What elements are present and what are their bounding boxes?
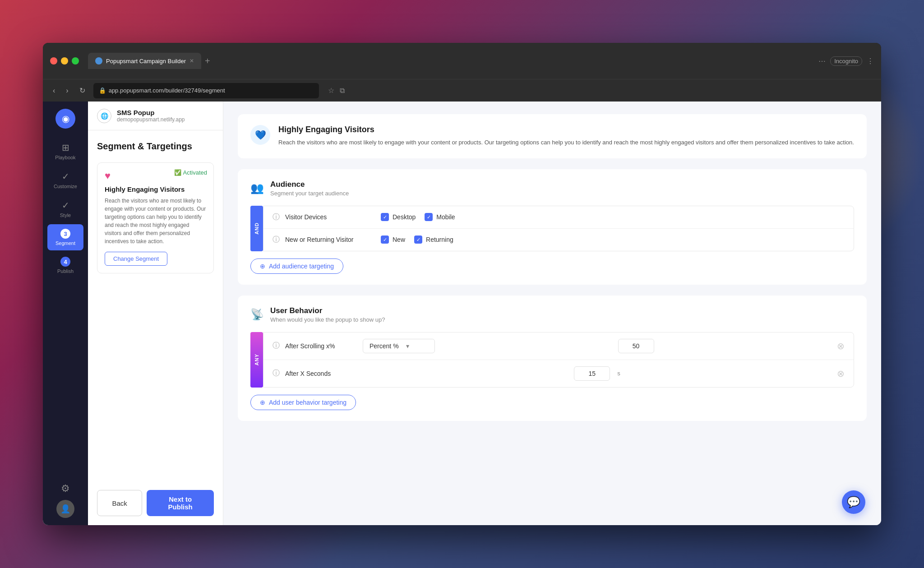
seconds-info-icon[interactable]: ⓘ [273,369,280,378]
add-behavior-targeting-button[interactable]: ⊕ Add user behavior targeting [250,395,356,410]
sidebar-item-style[interactable]: ✓ Style [47,195,83,222]
site-favicon: 🌐 [97,109,111,123]
site-name: SMS Popup [117,109,185,116]
audience-title-group: Audience Segment your target audience [270,180,349,197]
new-or-returning-row: ⓘ New or Returning Visitor ✓ New ✓ [263,229,854,251]
mobile-checkbox[interactable]: ✓ [425,213,433,221]
back-nav-icon[interactable]: ‹ [50,85,58,97]
bookmark-icon[interactable]: ☆ [328,86,334,95]
sidebar-item-playbook[interactable]: ⊞ Playbook [47,138,83,165]
add-audience-targeting-button[interactable]: ⊕ Add audience targeting [250,259,343,274]
behavior-block: ANY ⓘ After Scrolling x% Percent % ▾ [250,332,854,388]
site-url: demopopupsmart.netlify.app [117,116,185,123]
close-button[interactable] [50,57,57,65]
visitor-devices-options: ✓ Desktop ✓ Mobile [381,213,845,221]
content-panel: 💙 Highly Engaging Visitors Reach the vis… [223,102,881,525]
add-audience-targeting-label: Add audience targeting [269,263,334,270]
and-bar: AND [250,206,263,251]
segment-card-desc: Reach the visitors who are most likely t… [105,197,206,245]
desktop-checkbox[interactable]: ✓ [381,213,389,221]
any-bar: ANY [250,332,263,388]
tab-close-icon[interactable]: ✕ [189,58,194,64]
behavior-icon: 📡 [250,308,264,321]
address-bar[interactable]: 🔒 app.popupsmart.com/builder/32749/segme… [93,83,319,98]
tab-title: Popupsmart Campaign Builder [106,58,186,65]
activated-badge: ✅ Activated [174,169,207,176]
panel-title: Segment & Targetings [97,141,214,152]
playbook-icon: ⊞ [62,142,69,153]
segment-number: 3 [60,229,70,239]
info-card-content: Highly Engaging Visitors Reach the visit… [278,125,854,148]
chevron-down-icon: ▾ [406,342,409,350]
remove-seconds-icon[interactable]: ⊗ [837,368,845,379]
check-circle-icon: ✅ [174,169,181,176]
chat-bubble-button[interactable]: 💬 [842,490,865,514]
active-tab[interactable]: Popupsmart Campaign Builder ✕ [88,53,201,69]
change-segment-button[interactable]: Change Segment [105,252,167,266]
back-button[interactable]: Back [97,490,142,516]
sidebar-item-publish[interactable]: 4 Publish [47,252,83,278]
sidebar-item-segment[interactable]: 3 Segment [47,224,83,250]
site-info: SMS Popup demopopupsmart.netlify.app [117,109,185,123]
mobile-option[interactable]: ✓ Mobile [425,213,455,221]
scrolling-label: After Scrolling x% [285,342,357,350]
browser-window: Popupsmart Campaign Builder ✕ + ⋯ Incogn… [43,43,881,525]
style-icon: ✓ [62,200,69,211]
audience-section-header: 👥 Audience Segment your target audience [250,180,854,197]
new-visitor-checkbox[interactable]: ✓ [381,236,389,244]
publish-number: 4 [60,257,70,267]
add-behavior-targeting-label: Add user behavior targeting [269,399,346,406]
and-label: AND [254,219,259,238]
behavior-rows-box: ⓘ After Scrolling x% Percent % ▾ ⊗ [263,332,854,388]
maximize-button[interactable] [72,57,79,65]
new-returning-info-icon[interactable]: ⓘ [273,235,280,245]
next-to-publish-button[interactable]: Next to Publish [147,490,214,516]
browser-tab-bar: Popupsmart Campaign Builder ✕ + ⋯ Incogn… [43,43,881,79]
info-card: 💙 Highly Engaging Visitors Reach the vis… [238,114,867,158]
tab-arrange-icon[interactable]: ⧉ [340,87,345,95]
reload-icon[interactable]: ↻ [77,84,88,97]
app-logo[interactable]: ◉ [55,109,75,129]
forward-nav-icon[interactable]: › [63,85,71,97]
minimize-button[interactable] [61,57,68,65]
scrolling-value-input[interactable] [618,339,654,353]
percent-select[interactable]: Percent % ▾ [363,339,435,353]
remove-scrolling-icon[interactable]: ⊗ [837,341,845,351]
audience-section-subtitle: Segment your target audience [270,190,349,197]
add-circle-icon: ⊕ [260,263,265,270]
returning-visitor-option[interactable]: ✓ Returning [414,236,453,244]
mobile-label: Mobile [436,213,455,221]
audience-icon: 👥 [250,182,264,194]
returning-visitor-checkbox[interactable]: ✓ [414,236,422,244]
settings-icon[interactable]: ⚙ [61,483,70,494]
scrolling-info-icon[interactable]: ⓘ [273,341,280,351]
audience-section: 👥 Audience Segment your target audience … [238,169,867,285]
extensions-icon[interactable]: ⋯ [818,57,826,65]
url-text[interactable]: app.popupsmart.com/builder/32749/segment [109,87,225,94]
add-circle-icon-2: ⊕ [260,399,265,406]
app-topbar: 🌐 SMS Popup demopopupsmart.netlify.app [88,102,223,130]
after-seconds-row: ⓘ After X Seconds s ⊗ [263,360,854,387]
lock-icon: 🔒 [99,87,106,94]
info-card-icon: 💙 [250,125,270,145]
visitor-devices-label: Visitor Devices [285,213,375,221]
desktop-label: Desktop [393,213,416,221]
desktop-option[interactable]: ✓ Desktop [381,213,416,221]
percent-value: Percent % [370,342,399,350]
more-options-icon[interactable]: ⋮ [867,57,874,65]
visitor-devices-info-icon[interactable]: ⓘ [273,212,280,222]
behavior-section-subtitle: When would you like the popup to show up… [270,316,385,323]
new-returning-options: ✓ New ✓ Returning [381,236,845,244]
sidebar-item-customize[interactable]: ✓ Customize [47,166,83,194]
tab-list: Popupsmart Campaign Builder ✕ + [88,53,813,69]
activated-label: Activated [183,169,207,176]
address-bar-row: ‹ › ↻ 🔒 app.popupsmart.com/builder/32749… [43,79,881,102]
behavior-title-group: User Behavior When would you like the po… [270,306,385,323]
new-visitor-option[interactable]: ✓ New [381,236,405,244]
seconds-value-input[interactable] [574,366,610,381]
any-label: ANY [254,350,259,369]
returning-visitor-label: Returning [426,236,453,243]
new-visitor-label: New [393,236,405,243]
user-avatar[interactable]: 👤 [56,500,74,518]
new-tab-icon[interactable]: + [205,56,210,66]
